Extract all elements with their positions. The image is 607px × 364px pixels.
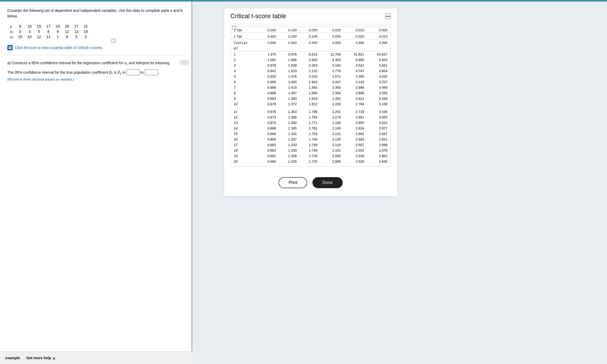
table-header-label: d.f. bbox=[231, 45, 258, 52]
table-cell: 3.012 bbox=[367, 120, 391, 126]
table-cell: 0.883 bbox=[258, 96, 279, 101]
table-cell: 1.397 bbox=[279, 90, 300, 96]
done-button[interactable]: Done bbox=[312, 177, 342, 188]
table-cell: 2.447 bbox=[321, 79, 344, 85]
table-cell: 63.657 bbox=[367, 52, 391, 57]
table-cell: 31.821 bbox=[344, 52, 367, 57]
df-value: 14 bbox=[231, 126, 258, 131]
table-cell: 4.032 bbox=[367, 74, 391, 79]
minimize-button[interactable]: — bbox=[385, 13, 391, 19]
table-cell: 2.015 bbox=[300, 74, 321, 79]
table-header-label: Conf Lev bbox=[231, 39, 258, 46]
table-cell: 2.110 bbox=[321, 142, 344, 148]
table-row: 190.8611.3281.7292.0932.5392.861 bbox=[231, 153, 391, 159]
left-panel: Consider the following set of dependent … bbox=[0, 2, 192, 364]
table-cell: 1.812 bbox=[300, 101, 321, 107]
table-cell: 6.965 bbox=[344, 57, 367, 63]
ci-lower-input[interactable] bbox=[126, 69, 140, 75]
table-cell: 2.776 bbox=[321, 68, 344, 74]
table-cell: 1.782 bbox=[300, 114, 321, 120]
data-cell: 15 bbox=[16, 34, 25, 39]
table-cell: 1.886 bbox=[279, 57, 300, 63]
table-cell: 3.365 bbox=[344, 74, 367, 79]
table-cell: 1.383 bbox=[279, 96, 300, 101]
top-bar bbox=[0, 0, 607, 2]
print-button[interactable]: Print bbox=[278, 177, 307, 188]
table-cell: 2.583 bbox=[344, 137, 367, 142]
table-cell: 1.061 bbox=[258, 57, 279, 63]
data-cell: 3 bbox=[25, 29, 34, 34]
icon-note: Click the icon to view a partial table o… bbox=[7, 45, 184, 50]
data-cell: 31 bbox=[81, 24, 91, 29]
confidence-line: The 95% confidence interval for the true… bbox=[7, 69, 184, 75]
is-text: is bbox=[123, 70, 125, 74]
data-table: y810151719262731x₁03589121319x₂151012111… bbox=[7, 24, 91, 39]
table-row: 30.9781.6382.3533.1824.5415.841 bbox=[231, 63, 391, 68]
expand-icon-data[interactable] bbox=[112, 39, 115, 43]
table-cell: 0.896 bbox=[258, 85, 279, 90]
df-value: 13 bbox=[231, 120, 258, 126]
table-row: 60.9061.4401.9432.4473.1433.707 bbox=[231, 79, 391, 85]
table-cell: 3.707 bbox=[367, 79, 391, 85]
get-more-help-link[interactable]: Get more help ▲ bbox=[26, 356, 56, 360]
table-cell: 3.499 bbox=[367, 85, 391, 90]
table-cell: 2.365 bbox=[321, 85, 344, 90]
ci-upper-input[interactable] bbox=[145, 69, 158, 75]
table-cell: 3.143 bbox=[344, 79, 367, 85]
table-cell: 1.337 bbox=[279, 137, 300, 142]
table-header-value: 0.400 bbox=[258, 33, 279, 39]
table-cell: 2.650 bbox=[344, 120, 367, 126]
table-cell: 1.833 bbox=[300, 96, 321, 101]
data-row-label: x₂ bbox=[7, 34, 16, 39]
note-icon[interactable] bbox=[7, 45, 13, 50]
table-row: 70.8961.4151.8952.3652.9983.499 bbox=[231, 85, 391, 90]
data-cell: 10 bbox=[25, 34, 34, 39]
data-cell: 19 bbox=[81, 29, 91, 34]
table-df-empty bbox=[279, 45, 300, 52]
df-value: 15 bbox=[231, 131, 258, 137]
table-outer: 1 Tail0.2000.1000.0500.0250.0100.0052 Ta… bbox=[230, 24, 391, 167]
table-cell: 1.363 bbox=[279, 109, 300, 114]
table-cell: 2.878 bbox=[367, 148, 391, 153]
table-row: 50.9201.4762.0152.5713.3654.032 bbox=[231, 74, 391, 79]
table-cell: 1.860 bbox=[300, 90, 321, 96]
table-cell: 1.895 bbox=[300, 85, 321, 90]
table-df-empty bbox=[300, 45, 321, 52]
table-cell: 1.746 bbox=[300, 137, 321, 142]
modal-body: 1 Tail0.2000.1000.0500.0250.0100.0052 Ta… bbox=[224, 22, 397, 172]
table-header-value: 0.600 bbox=[258, 39, 279, 46]
table-cell: 1.372 bbox=[279, 101, 300, 107]
data-cell: 5 bbox=[34, 29, 44, 34]
modal-footer: Print Done bbox=[224, 172, 397, 196]
df-value: 8 bbox=[231, 90, 258, 96]
to-text: to bbox=[141, 70, 144, 74]
table-cell: 3.055 bbox=[367, 114, 391, 120]
table-cell: 1.440 bbox=[279, 79, 300, 85]
expand-icon-table[interactable] bbox=[232, 26, 236, 29]
table-header-value: 0.010 bbox=[367, 33, 391, 39]
table-row: 11.3763.0786.31412.70631.82163.657 bbox=[231, 52, 391, 57]
df-value: 9 bbox=[231, 96, 258, 101]
df-value: 6 bbox=[231, 79, 258, 85]
round-note: (Round to three decimal places as needed… bbox=[7, 77, 184, 81]
table-cell: 3.169 bbox=[367, 101, 391, 107]
table-cell: 1.943 bbox=[300, 79, 321, 85]
table-header-value: 0.900 bbox=[300, 39, 321, 46]
data-cell: 10 bbox=[25, 24, 34, 29]
table-cell: 3.250 bbox=[367, 96, 391, 101]
table-cell: 2.624 bbox=[344, 126, 367, 131]
dots-button[interactable]: ··· bbox=[180, 60, 190, 65]
df-value: 16 bbox=[231, 137, 258, 142]
table-cell: 4.604 bbox=[367, 68, 391, 74]
table-cell: 2.262 bbox=[321, 96, 344, 101]
data-cell: 6 bbox=[62, 34, 72, 39]
table-cell: 2.160 bbox=[321, 120, 344, 126]
table-cell: 1.771 bbox=[300, 120, 321, 126]
table-cell: 1.729 bbox=[300, 153, 321, 159]
table-cell: 1.341 bbox=[279, 131, 300, 137]
confidence-prefix: The 95% confidence interval for the true… bbox=[7, 70, 117, 74]
example-link[interactable]: example bbox=[5, 356, 20, 360]
data-cell: 12 bbox=[62, 29, 72, 34]
table-cell: 3.106 bbox=[367, 109, 391, 114]
table-cell: 1.415 bbox=[279, 85, 300, 90]
